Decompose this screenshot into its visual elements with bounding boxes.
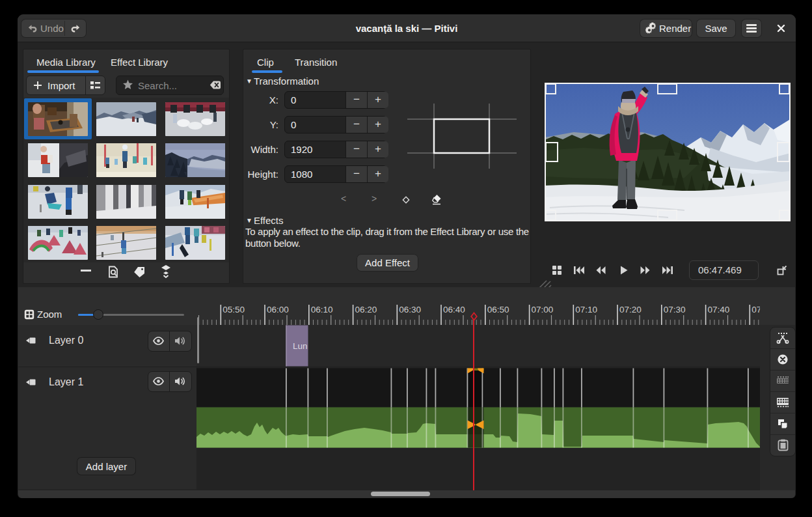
svg-text:07:30: 07:30 — [664, 305, 686, 314]
svg-text:05:50: 05:50 — [223, 305, 245, 314]
svg-text:07:50: 07:50 — [751, 305, 760, 314]
svg-text:Lun: Lun — [293, 341, 308, 351]
svg-text:06:20: 06:20 — [355, 305, 377, 314]
svg-text:06:50: 06:50 — [487, 305, 509, 314]
svg-text:06:30: 06:30 — [399, 305, 421, 314]
svg-text:07:40: 07:40 — [708, 305, 730, 314]
svg-text:07:00: 07:00 — [532, 305, 554, 314]
svg-text:07:20: 07:20 — [619, 305, 642, 314]
svg-text:06:00: 06:00 — [267, 305, 289, 314]
svg-text:07:10: 07:10 — [575, 305, 597, 314]
svg-text:06:10: 06:10 — [311, 305, 333, 314]
svg-text:06:40: 06:40 — [443, 305, 465, 314]
